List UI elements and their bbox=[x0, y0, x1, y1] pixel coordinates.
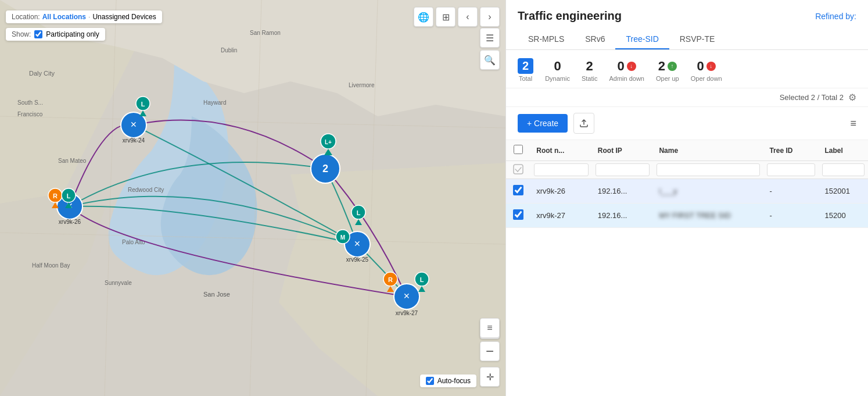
stat-static: 2 Static bbox=[582, 59, 598, 82]
location-sep: · bbox=[88, 13, 90, 21]
globe-button[interactable]: 🌐 bbox=[414, 7, 433, 27]
row2-checkbox[interactable] bbox=[513, 209, 523, 220]
th-check bbox=[506, 140, 530, 161]
oper-up-icon: ↑ bbox=[668, 62, 677, 71]
tab-srv6[interactable]: SRv6 bbox=[575, 30, 615, 49]
location-extra[interactable]: Unassigned Devices bbox=[92, 13, 156, 21]
admin-down-icon: ↓ bbox=[627, 62, 636, 71]
stat-dynamic-value: 0 bbox=[554, 59, 561, 74]
prev-button[interactable]: ‹ bbox=[458, 7, 478, 27]
stat-oper-up-value: 2 bbox=[658, 59, 665, 74]
svg-text:South S...: South S... bbox=[17, 99, 43, 106]
tab-rsvp-te[interactable]: RSVP-TE bbox=[669, 30, 726, 49]
select-all-checkbox[interactable] bbox=[514, 145, 523, 154]
svg-text:Daly City: Daly City bbox=[29, 70, 55, 77]
row1-checkbox[interactable] bbox=[513, 185, 523, 195]
map-toolbar: Location: All Locations · Unassigned Dev… bbox=[6, 7, 500, 27]
tab-sr-mpls[interactable]: SR-MPLS bbox=[518, 30, 575, 49]
table-row[interactable]: xrv9k-27 192.16... MY FIRST TREE SID - 1… bbox=[506, 204, 868, 228]
svg-text:Francisco: Francisco bbox=[17, 111, 43, 117]
tree-sid-table: Root n... Root IP Name Tree ID Label bbox=[506, 140, 868, 228]
stat-total-label: Total bbox=[519, 75, 532, 82]
show-label: Show: bbox=[12, 30, 31, 38]
auto-focus-bar: Auto-focus bbox=[420, 374, 476, 387]
row2-check-cell[interactable] bbox=[506, 204, 530, 228]
filter-tree-id-input[interactable] bbox=[767, 163, 815, 176]
settings-icon[interactable]: ⚙ bbox=[848, 92, 856, 103]
right-panel: Traffic engineering Refined by: SR-MPLS … bbox=[505, 0, 868, 396]
row1-tree-id: - bbox=[763, 179, 819, 204]
svg-text:Sunnyvale: Sunnyvale bbox=[105, 280, 132, 286]
filter-tree-id[interactable] bbox=[763, 161, 819, 179]
auto-focus-checkbox[interactable] bbox=[426, 377, 434, 385]
row2-name: MY FIRST TREE SID bbox=[653, 204, 763, 228]
next-button[interactable]: › bbox=[480, 7, 500, 27]
svg-text:Livermore: Livermore bbox=[349, 82, 375, 88]
table-row[interactable]: xrv9k-26 192.16... l___y - 152001 bbox=[506, 179, 868, 204]
stat-oper-down: 0 ↓ Oper down bbox=[691, 59, 722, 82]
svg-text:M: M bbox=[340, 234, 345, 241]
show-bar: Show: Participating only bbox=[6, 28, 105, 41]
layers-button[interactable]: ☰ bbox=[480, 28, 500, 48]
svg-text:Hayward: Hayward bbox=[203, 99, 226, 106]
svg-text:Half Moon Bay: Half Moon Bay bbox=[32, 262, 70, 269]
header-row: Traffic engineering Refined by: bbox=[518, 9, 856, 23]
action-bar: + Create ≡ bbox=[506, 107, 868, 140]
tab-tree-sid[interactable]: Tree-SID bbox=[615, 30, 669, 49]
svg-text:Dublin: Dublin bbox=[221, 47, 237, 53]
create-button[interactable]: + Create bbox=[518, 114, 568, 133]
filter-root-node-input[interactable] bbox=[534, 163, 589, 176]
svg-text:L: L bbox=[67, 192, 71, 199]
auto-focus-label: Auto-focus bbox=[437, 377, 471, 385]
panel-header: Traffic engineering Refined by: SR-MPLS … bbox=[506, 0, 868, 50]
th-tree-id: Tree ID bbox=[763, 140, 819, 161]
tabs: SR-MPLS SRv6 Tree-SID RSVP-TE bbox=[518, 30, 856, 49]
stat-oper-down-row: 0 ↓ bbox=[697, 59, 716, 74]
svg-text:✕: ✕ bbox=[403, 291, 410, 301]
stat-oper-up-row: 2 ↑ bbox=[658, 59, 677, 74]
filter-label-input[interactable] bbox=[822, 163, 865, 176]
filter-icon[interactable]: ≡ bbox=[850, 117, 856, 130]
move-button[interactable]: ✛ bbox=[480, 367, 500, 387]
row2-name-blurred: MY FIRST TREE SID bbox=[659, 211, 731, 220]
stat-static-value: 2 bbox=[586, 59, 593, 74]
stat-oper-down-value: 0 bbox=[697, 59, 704, 74]
stat-total: 2 Total bbox=[518, 58, 533, 82]
show-checkbox[interactable] bbox=[34, 30, 42, 38]
refined-by[interactable]: Refined by: bbox=[815, 12, 856, 21]
row1-label: 152001 bbox=[819, 179, 868, 204]
location-label: Location: bbox=[12, 13, 40, 21]
zoom-out-button[interactable]: − bbox=[480, 341, 500, 361]
row2-root-node: xrv9k-27 bbox=[530, 204, 592, 228]
list-view-button[interactable]: ≡ bbox=[480, 318, 500, 338]
stat-admin-down-label: Admin down bbox=[609, 75, 644, 82]
stat-oper-up: 2 ↑ Oper up bbox=[656, 59, 679, 82]
filter-root-ip[interactable] bbox=[592, 161, 654, 179]
svg-text:L: L bbox=[357, 209, 361, 216]
th-label: Label bbox=[819, 140, 868, 161]
svg-text:xrv9k-25: xrv9k-25 bbox=[346, 256, 369, 263]
filter-name[interactable] bbox=[653, 161, 763, 179]
row1-check-cell[interactable] bbox=[506, 179, 530, 204]
th-name: Name bbox=[653, 140, 763, 161]
filter-root-node[interactable] bbox=[530, 161, 592, 179]
svg-text:2: 2 bbox=[322, 163, 328, 174]
svg-text:✕: ✕ bbox=[130, 120, 137, 129]
topology-button[interactable]: ⊞ bbox=[436, 7, 455, 27]
filter-row bbox=[506, 161, 868, 179]
svg-text:L+: L+ bbox=[325, 139, 332, 145]
svg-line-59 bbox=[515, 169, 518, 172]
stat-dynamic: 0 Dynamic bbox=[545, 59, 570, 82]
svg-text:San Ramon: San Ramon bbox=[250, 30, 281, 36]
filter-root-ip-input[interactable] bbox=[596, 163, 650, 176]
export-button[interactable] bbox=[573, 113, 594, 134]
filter-label[interactable] bbox=[819, 161, 868, 179]
search-button[interactable]: 🔍 bbox=[480, 50, 500, 70]
panel-title: Traffic engineering bbox=[518, 9, 622, 23]
filter-name-input[interactable] bbox=[657, 163, 760, 176]
stat-admin-down-row: 0 ↓ bbox=[618, 59, 636, 74]
row2-root-ip: 192.16... bbox=[592, 204, 654, 228]
th-root-node: Root n... bbox=[530, 140, 592, 161]
location-value[interactable]: All Locations bbox=[42, 13, 86, 21]
svg-line-60 bbox=[518, 167, 521, 172]
